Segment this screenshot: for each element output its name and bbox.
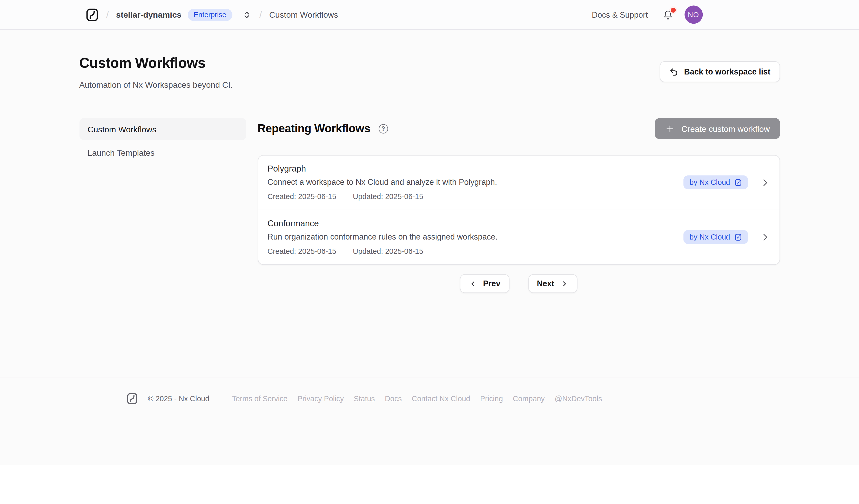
app-viewport: / stellar-dynamics Enterprise / Custom W… (0, 0, 859, 504)
footer-nx-logo (126, 393, 139, 405)
workflow-row-actions: by Nx Cloud (683, 175, 770, 189)
badge-label: by Nx Cloud (690, 233, 730, 241)
avatar-initials: NO (688, 10, 699, 19)
main-content: Custom Workflows Automation of Nx Worksp… (0, 30, 859, 377)
page-subtitle: Automation of Nx Workspaces beyond CI. (79, 79, 233, 91)
sidebar-item-custom-workflows[interactable]: Custom Workflows (79, 118, 246, 140)
breadcrumb-page: Custom Workflows (269, 10, 338, 19)
workflow-name: Conformance (268, 218, 498, 228)
nx-cloud-external-icon (734, 179, 742, 186)
workflow-row-polygraph[interactable]: Polygraph Connect a workspace to Nx Clou… (258, 156, 779, 210)
workflow-created: Created: 2025-06-15 (268, 192, 336, 201)
workflow-row-actions: by Nx Cloud (683, 230, 770, 244)
sidebar-nav: Custom Workflows Launch Templates (79, 118, 246, 163)
navbar-actions: Docs & Support NO (592, 5, 780, 24)
workflow-meta: Created: 2025-06-15 Updated: 2025-06-15 (268, 247, 498, 256)
nx-cloud-logo-icon (126, 393, 139, 405)
workflow-row-conformance[interactable]: Conformance Run organization conformance… (258, 210, 779, 264)
back-button-label: Back to workspace list (684, 67, 770, 76)
workspace-switcher-button[interactable] (241, 9, 252, 20)
footer-link-docs[interactable]: Docs (385, 395, 402, 403)
top-navbar: / stellar-dynamics Enterprise / Custom W… (0, 0, 859, 30)
content-row: Custom Workflows Launch Templates Repeat… (79, 118, 780, 293)
nx-cloud-logo-icon (85, 7, 99, 22)
workflow-created: Created: 2025-06-15 (268, 247, 336, 256)
chevron-left-icon (469, 279, 477, 288)
workflows-card: Polygraph Connect a workspace to Nx Clou… (258, 155, 780, 265)
workflows-section: Repeating Workflows ? Create custom work… (258, 118, 780, 293)
docs-support-link[interactable]: Docs & Support (592, 10, 648, 19)
back-to-workspace-list-button[interactable]: Back to workspace list (660, 61, 780, 82)
footer-link-contact[interactable]: Contact Nx Cloud (412, 395, 470, 403)
workflow-meta: Created: 2025-06-15 Updated: 2025-06-15 (268, 192, 497, 201)
page-title: Custom Workflows (79, 55, 233, 72)
plus-icon (665, 123, 675, 134)
chevron-right-icon (560, 279, 569, 288)
next-label: Next (537, 279, 554, 288)
app-shell: / stellar-dynamics Enterprise / Custom W… (0, 0, 859, 465)
workflow-info: Conformance Run organization conformance… (268, 218, 498, 256)
prev-button[interactable]: Prev (460, 274, 509, 293)
pagination: Prev Next (258, 274, 780, 293)
nx-cloud-external-icon (734, 233, 742, 241)
section-heading: Repeating Workflows (258, 122, 370, 135)
notification-dot (670, 7, 675, 13)
footer-content: © 2025 - Nx Cloud Terms of Service Priva… (0, 393, 859, 405)
nx-cloud-logo[interactable] (85, 7, 99, 22)
page-header: Custom Workflows Automation of Nx Worksp… (79, 30, 780, 91)
help-icon[interactable]: ? (379, 124, 388, 133)
next-button[interactable]: Next (528, 274, 577, 293)
workflow-info: Polygraph Connect a workspace to Nx Clou… (268, 163, 497, 201)
create-custom-workflow-button[interactable]: Create custom workflow (655, 118, 780, 139)
footer-link-status[interactable]: Status (354, 395, 375, 403)
badge-label: by Nx Cloud (690, 178, 730, 187)
workflow-updated: Updated: 2025-06-15 (353, 192, 423, 201)
workflow-name: Polygraph (268, 163, 497, 174)
user-avatar[interactable]: NO (684, 5, 703, 24)
by-nx-cloud-badge[interactable]: by Nx Cloud (683, 230, 748, 244)
by-nx-cloud-badge[interactable]: by Nx Cloud (683, 175, 748, 189)
prev-label: Prev (483, 279, 500, 288)
chevrons-up-down-icon (242, 10, 251, 19)
create-button-label: Create custom workflow (681, 124, 770, 133)
footer-links: Terms of Service Privacy Policy Status D… (232, 395, 602, 403)
sidebar-item-launch-templates[interactable]: Launch Templates (79, 141, 246, 163)
notifications-button[interactable] (662, 9, 673, 20)
chevron-right-icon (760, 177, 770, 187)
back-arrow-icon (669, 67, 679, 76)
footer-link-company[interactable]: Company (513, 395, 545, 403)
workflow-updated: Updated: 2025-06-15 (353, 247, 423, 256)
footer-link-terms[interactable]: Terms of Service (232, 395, 287, 403)
footer-copyright: © 2025 - Nx Cloud (148, 395, 210, 403)
breadcrumb-separator: / (259, 9, 262, 20)
footer-link-privacy[interactable]: Privacy Policy (297, 395, 344, 403)
chevron-right-icon (760, 232, 770, 242)
workflow-description: Run organization conformance rules on th… (268, 232, 498, 242)
footer-link-pricing[interactable]: Pricing (480, 395, 503, 403)
breadcrumb-separator: / (106, 9, 109, 20)
section-toolbar: Repeating Workflows ? Create custom work… (258, 118, 780, 139)
workflow-description: Connect a workspace to Nx Cloud and anal… (268, 177, 497, 187)
plan-badge: Enterprise (187, 9, 232, 21)
page-footer: © 2025 - Nx Cloud Terms of Service Priva… (0, 377, 859, 465)
breadcrumb-workspace[interactable]: stellar-dynamics (116, 10, 181, 19)
footer-link-nxdevtools[interactable]: @NxDevTools (555, 395, 602, 403)
